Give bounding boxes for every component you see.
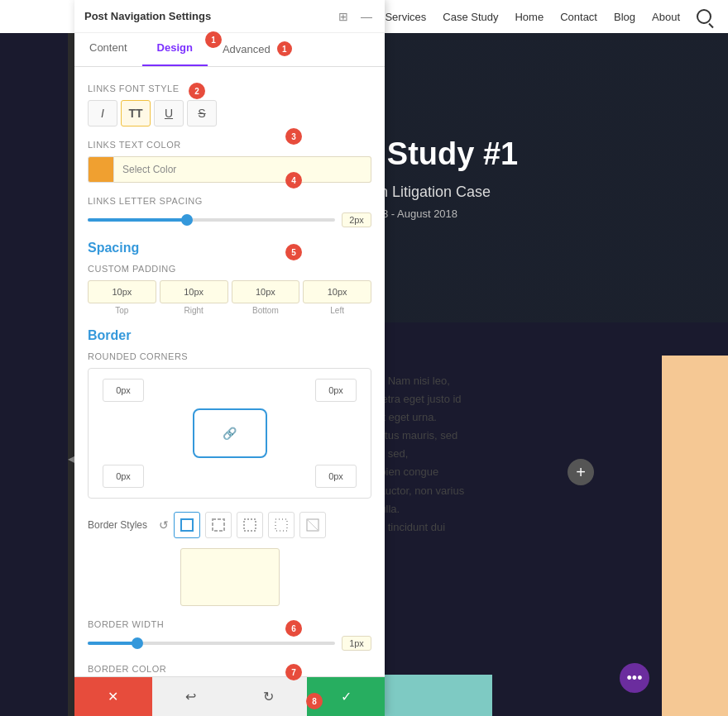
custom-padding-label: Custom Padding (88, 264, 371, 274)
padding-left-label: Left (330, 306, 344, 315)
padding-bottom-cell: 10px Bottom (232, 280, 300, 315)
panel-header: Post Navigation Settings ⊞ — (74, 0, 385, 33)
hero-subtitle: ruction Litigation Case (343, 184, 695, 201)
border-style-dashed-inner[interactable] (237, 512, 263, 538)
left-vertical-bar (68, 33, 74, 716)
ellipsis-button[interactable]: ••• (620, 663, 649, 693)
padding-top-label: Top (115, 306, 128, 315)
text-color-row: Select Color (88, 156, 371, 183)
cancel-button[interactable]: ✕ (74, 677, 152, 716)
bottom-toolbar: ✕ ↩ ↻ ✓ (74, 676, 385, 716)
tab-design[interactable]: Design (142, 33, 208, 66)
hero-title: se Study #1 (343, 136, 695, 174)
tab-advanced[interactable]: Advanced 1 (208, 33, 307, 66)
svg-rect-0 (181, 519, 193, 531)
letter-spacing-thumb[interactable] (181, 214, 193, 226)
advanced-badge: 1 (277, 41, 292, 56)
undo-button[interactable]: ↩ (152, 677, 230, 716)
padding-top-cell: 10px Top (88, 280, 156, 315)
border-width-label: Border Width (88, 619, 371, 629)
svg-rect-1 (213, 519, 224, 531)
panel-content: Links Font Style I TT U S Links Text Col… (74, 67, 385, 676)
nav-home[interactable]: Home (515, 11, 544, 23)
border-preview (180, 548, 280, 606)
border-color-label: Border Color (88, 664, 371, 674)
panel-title: Post Navigation Settings (84, 10, 211, 22)
expand-icon[interactable]: ⊞ (335, 8, 352, 25)
links-text-color-label: Links Text Color (88, 140, 371, 150)
links-letter-spacing-label: Links Letter Spacing (88, 196, 371, 206)
padding-left-cell: 10px Left (303, 280, 371, 315)
minimize-icon[interactable]: — (358, 8, 375, 25)
bold-button[interactable]: TT (121, 100, 151, 126)
nav-case-study[interactable]: Case Study (443, 11, 498, 23)
panel-tabs: Content Design Advanced 1 (74, 33, 385, 67)
padding-right-label: Right (184, 306, 203, 315)
border-style-dotted[interactable] (268, 512, 295, 538)
spacing-title: Spacing (88, 241, 371, 255)
svg-rect-3 (275, 519, 287, 531)
padding-bottom-input[interactable]: 10px (232, 280, 300, 303)
tab-content[interactable]: Content (74, 33, 142, 66)
letter-spacing-track[interactable] (88, 218, 335, 222)
corner-bl-input[interactable]: 0px (103, 465, 144, 488)
padding-left-input[interactable]: 10px (303, 280, 371, 303)
italic-button[interactable]: I (88, 100, 117, 126)
padding-bottom-label: Bottom (252, 306, 279, 315)
corner-br-input[interactable]: 0px (315, 465, 357, 488)
rounded-corners-container: 0px 0px 🔗 0px 0px (88, 368, 371, 499)
border-width-track[interactable] (88, 642, 335, 645)
settings-panel: Post Navigation Settings ⊞ — Content Des… (74, 0, 385, 716)
redo-button[interactable]: ↻ (230, 677, 308, 716)
hero-date: une 2018 - August 2018 (343, 208, 695, 220)
save-button[interactable]: ✓ (307, 677, 385, 716)
svg-line-5 (307, 519, 318, 531)
corner-tr-input[interactable]: 0px (315, 379, 357, 402)
underline-button[interactable]: U (154, 100, 184, 126)
font-style-row: I TT U S (88, 100, 371, 126)
nav-contact[interactable]: Contact (560, 11, 597, 23)
text-color-select-button[interactable]: Select Color (114, 156, 371, 183)
orange-sidebar (662, 356, 728, 716)
corner-tl-input[interactable]: 0px (103, 379, 144, 402)
nav-services[interactable]: Services (385, 11, 426, 23)
corner-preview-box: 🔗 (193, 408, 267, 458)
padding-right-cell: 10px Right (160, 280, 228, 315)
border-width-thumb[interactable] (132, 637, 143, 649)
border-width-value: 1px (342, 636, 371, 651)
nav-about[interactable]: About (652, 11, 680, 23)
border-style-solid[interactable] (174, 512, 200, 538)
links-font-style-label: Links Font Style (88, 84, 371, 93)
border-styles-label: Border Styles (88, 519, 147, 531)
search-icon[interactable] (697, 9, 711, 24)
strikethrough-button[interactable]: S (187, 100, 217, 126)
padding-grid: 10px Top 10px Right 10px Bottom 10px Lef… (88, 280, 371, 315)
border-styles-row: Border Styles ↺ (88, 512, 371, 538)
svg-rect-2 (244, 519, 256, 531)
border-width-slider-row: 1px (88, 636, 371, 651)
padding-top-input[interactable]: 10px (88, 280, 156, 303)
text-color-swatch[interactable] (88, 156, 114, 183)
padding-right-input[interactable]: 10px (160, 280, 228, 303)
nav-blog[interactable]: Blog (614, 11, 635, 23)
panel-header-icons: ⊞ — (335, 8, 375, 25)
plus-button[interactable]: + (568, 459, 594, 485)
letter-spacing-slider-row: 2px (88, 212, 371, 227)
letter-spacing-value: 2px (342, 212, 371, 227)
border-title: Border (88, 328, 371, 343)
link-icon[interactable]: 🔗 (223, 427, 237, 440)
rounded-corners-label: Rounded Corners (88, 351, 371, 361)
border-style-dashed-outer[interactable] (205, 512, 232, 538)
border-style-none[interactable] (299, 512, 326, 538)
reset-border-icon[interactable]: ↺ (159, 518, 169, 532)
